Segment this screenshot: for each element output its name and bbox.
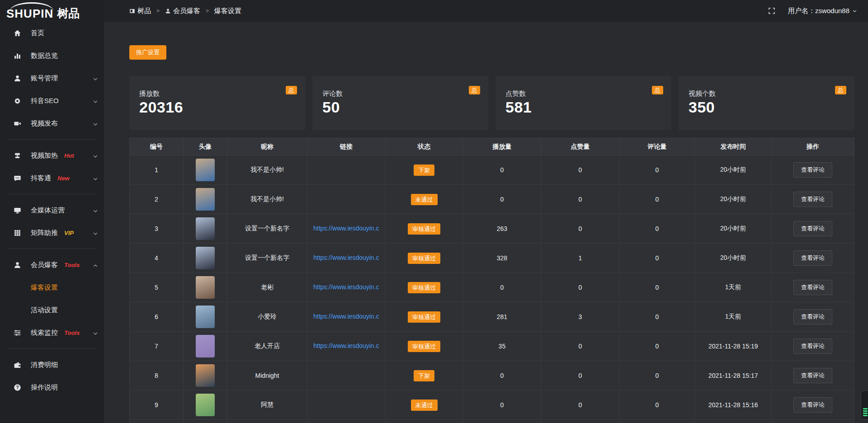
sidebar-item-baoke-settings[interactable]: 爆客设置	[0, 276, 104, 299]
cell-nickname: 小爱玲	[227, 302, 307, 332]
gear-icon	[14, 97, 21, 105]
status-badge: 审核通过	[408, 223, 440, 235]
sidebar-item-label: 会员爆客	[31, 261, 58, 269]
video-link[interactable]: https://www.iesdouyin.c	[313, 313, 379, 320]
sidebar-divider	[8, 194, 96, 194]
total-badge: 总	[469, 86, 480, 94]
cell-avatar	[183, 420, 227, 423]
stat-value: 581	[505, 99, 663, 116]
promotion-settings-button[interactable]: 推广设置	[129, 45, 166, 60]
view-comments-button[interactable]: 查看评论	[793, 368, 832, 383]
sidebar-item-consumption-detail[interactable]: 消费明细	[0, 353, 104, 376]
cell-status	[385, 420, 463, 423]
cell-status: 下架	[385, 361, 463, 390]
video-link[interactable]: https://www.iesdouyin.c	[313, 283, 379, 291]
cell-plays: 281	[463, 302, 541, 332]
sidebar-item-video-heat[interactable]: 视频加热Hot	[0, 144, 104, 167]
video-link[interactable]: https://www.iesdouyin.c	[313, 342, 379, 349]
cell-plays: 35	[463, 332, 541, 361]
video-link[interactable]: https://www.iesdouyin.c	[313, 254, 379, 261]
sidebar-item-home[interactable]: 首页	[0, 22, 104, 44]
wallet-icon	[14, 361, 21, 369]
view-comments-button[interactable]: 查看评论	[793, 162, 832, 178]
video-link[interactable]: https://www.iesdouyin.c	[313, 225, 379, 232]
grid-icon	[14, 229, 21, 237]
cell-actions: 查看评论	[772, 302, 854, 332]
cell-id: 1	[130, 155, 184, 185]
chat-bubble-icon	[14, 174, 21, 182]
floating-assistant-widget[interactable]	[861, 390, 868, 419]
cell-link: https://www.iesdouyin.c	[307, 332, 385, 361]
cell-link: https://www.iesdouyin.c	[307, 214, 385, 244]
cell-likes: 3	[541, 302, 619, 332]
screen-grid-icon	[129, 8, 135, 14]
breadcrumb-label: 树品	[137, 7, 151, 15]
breadcrumb-item[interactable]: 树品	[129, 7, 151, 15]
cell-likes: 0	[541, 332, 619, 361]
view-comments-button[interactable]: 查看评论	[793, 338, 832, 354]
signal-bar	[863, 413, 868, 414]
cell-publish-time: 2021-11-28 15:17	[695, 361, 772, 390]
sliders-icon	[14, 329, 21, 337]
cell-actions: 查看评论	[772, 214, 854, 244]
sidebar-item-member-baoke[interactable]: 会员爆客Tools	[0, 254, 104, 276]
breadcrumb-item[interactable]: 会员爆客	[165, 7, 200, 15]
sidebar-item-video-publish[interactable]: 视频发布	[0, 112, 104, 135]
table-row: 9阿慧未通过0002021-11-28 15:16查看评论	[130, 390, 854, 420]
chevron-down-icon	[93, 175, 98, 181]
sidebar-divider	[8, 139, 96, 140]
cell-link	[307, 420, 385, 423]
view-comments-button[interactable]: 查看评论	[793, 397, 832, 413]
cell-nickname: 阿慧	[227, 390, 307, 420]
stat-label: 评论数	[322, 89, 480, 98]
cell-publish-time: 2021-11-28 15:16	[695, 390, 772, 420]
cell-publish-time: 20小时前	[695, 244, 772, 273]
person-icon	[14, 261, 21, 269]
col-link: 链接	[307, 138, 385, 155]
fullscreen-icon[interactable]	[768, 7, 775, 14]
view-comments-button[interactable]: 查看评论	[793, 192, 832, 207]
table-row: 6小爱玲https://www.iesdouyin.c审核通过281301天前查…	[130, 302, 854, 332]
view-comments-button[interactable]: 查看评论	[793, 280, 832, 295]
sidebar-item-label: 矩阵助推	[31, 229, 58, 237]
cell-publish-time: 1天前	[695, 302, 772, 332]
sidebar-item-label: 抖音SEO	[31, 97, 59, 105]
cell-likes: 0	[541, 214, 619, 244]
cell-comments: 0	[619, 302, 695, 332]
cell-publish-time: 20小时前	[695, 214, 772, 244]
sidebar-item-operation-guide[interactable]: ?操作说明	[0, 376, 104, 399]
cell-comments: 0	[619, 273, 695, 302]
cell-link	[307, 361, 385, 390]
sidebar-item-label: 视频发布	[31, 119, 58, 128]
user-menu[interactable]: 用户名：zswodun88	[788, 7, 857, 15]
cell-comments: 0	[619, 155, 695, 185]
cell-nickname	[227, 420, 307, 423]
table-row: 5老彬https://www.iesdouyin.c审核通过0001天前查看评论	[130, 273, 854, 302]
cell-likes	[541, 420, 619, 423]
cell-plays: 328	[463, 244, 541, 273]
sidebar-item-activity-settings[interactable]: 活动设置	[0, 299, 104, 321]
cell-status: 审核通过	[385, 244, 463, 273]
cell-nickname: 我不是小帅!	[227, 185, 307, 214]
cell-plays: 0	[463, 185, 541, 214]
cell-status: 下架	[385, 155, 463, 185]
cell-status: 未通过	[385, 390, 463, 420]
sidebar-item-media-operation[interactable]: 全媒体运营	[0, 199, 104, 221]
col-publish-time: 发布时间	[695, 138, 772, 155]
col-nickname: 昵称	[227, 138, 307, 155]
sidebar-item-matrix-boost[interactable]: 矩阵助推VIP	[0, 221, 104, 244]
view-comments-button[interactable]: 查看评论	[793, 221, 832, 236]
chevron-down-icon	[93, 153, 98, 158]
view-comments-button[interactable]: 查看评论	[793, 250, 832, 266]
sidebar-item-account-management[interactable]: 账号管理	[0, 67, 104, 89]
signal-bar	[863, 408, 868, 409]
sidebar-item-douketong[interactable]: 抖客通New	[0, 167, 104, 189]
status-badge: 未通过	[411, 400, 438, 411]
stat-label: 点赞数	[505, 89, 663, 98]
sidebar-item-douyin-seo[interactable]: 抖音SEO	[0, 89, 104, 112]
view-comments-button[interactable]: 查看评论	[793, 309, 832, 324]
sidebar-item-data-overview[interactable]: 数据总览	[0, 44, 104, 67]
status-badge: 审核通过	[408, 282, 440, 293]
sidebar-item-clue-monitor[interactable]: 线索监控Tools	[0, 321, 104, 344]
stat-label: 播放数	[139, 89, 297, 98]
